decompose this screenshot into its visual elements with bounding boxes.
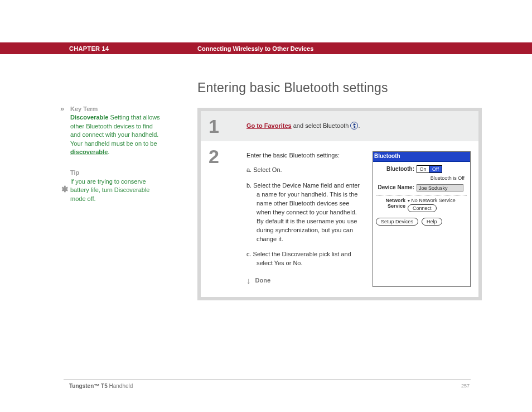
palm-network-label: Network [376, 198, 405, 204]
palm-divider [376, 195, 467, 195]
done-row: ↓ Done [246, 275, 365, 287]
tip-marker-icon: ✱ [61, 183, 69, 195]
footer-product-bold: Tungsten™ T5 [69, 383, 108, 389]
steps-container: 1 Go to Favorites and select Bluetooth .… [197, 108, 482, 300]
palm-title-text: Bluetooth [374, 152, 400, 161]
chapter-title: Connecting Wirelessly to Other Devices [197, 45, 313, 52]
palm-title-bar: Bluetooth [373, 152, 470, 162]
tip-block: Tip If you are trying to conserve batter… [70, 169, 163, 203]
discoverable-link[interactable]: discoverable [70, 148, 108, 155]
palm-network-row: Network Service No Network Service Conne… [376, 198, 467, 213]
step-2-intro: Enter the basic Bluetooth settings: [246, 151, 365, 160]
done-label: Done [255, 276, 271, 285]
done-arrow-icon: ↓ [246, 275, 251, 287]
step-2-body: Enter the basic Bluetooth settings: a. S… [246, 141, 478, 297]
step-2c: c. Select the Discoverable pick list and… [246, 250, 365, 268]
key-term-marker-icon: » [60, 104, 64, 114]
footer-product-rest: Handheld [108, 383, 133, 389]
palm-status-text: Bluetooth is Off [376, 175, 467, 182]
key-term-period: . [108, 148, 109, 155]
palm-network-dropdown[interactable]: No Network Service [408, 198, 456, 204]
main-content: Entering basic Bluetooth settings 1 Go t… [197, 80, 482, 300]
key-term-block: Key Term Discoverable Setting that allow… [70, 105, 163, 156]
footer-product: Tungsten™ T5 Handheld [69, 383, 133, 389]
palm-bottom-buttons: Setup Devices Help [373, 215, 470, 228]
sidebar-notes: » Key Term Discoverable Setting that all… [70, 105, 163, 215]
palm-bluetooth-toggle[interactable]: On Off [417, 165, 442, 173]
key-term-heading: Key Term [70, 106, 98, 112]
step-1-text: and select Bluetooth [292, 122, 351, 129]
palm-toggle-off[interactable]: Off [429, 166, 442, 173]
chapter-header-bar: CHAPTER 14 Connecting Wirelessly to Othe… [0, 42, 532, 54]
palm-setup-devices-button[interactable]: Setup Devices [376, 218, 418, 226]
step-2a: a. Select On. [246, 166, 365, 175]
palm-help-button[interactable]: Help [422, 218, 442, 226]
step-2-row: 2 Enter the basic Bluetooth settings: a.… [201, 141, 478, 297]
palm-screenshot: Bluetooth Bluetooth: On Off Bluetooth is… [373, 151, 471, 287]
step-1-number: 1 [201, 111, 246, 141]
palm-connect-button[interactable]: Connect [408, 204, 437, 212]
step-2-text: Enter the basic Bluetooth settings: a. S… [246, 151, 365, 287]
palm-service-label: Service [376, 203, 405, 209]
go-to-favorites-link[interactable]: Go to Favorites [246, 122, 292, 129]
step-2b: b. Select the Device Name field and ente… [246, 181, 365, 244]
footer-page-number: 257 [461, 383, 470, 389]
bluetooth-icon [350, 122, 358, 130]
step-1-period: . [358, 122, 360, 129]
palm-device-row: Device Name: Joe Sodusky [376, 184, 467, 192]
tip-text: If you are trying to conserve battery li… [70, 178, 149, 202]
palm-bluetooth-row: Bluetooth: On Off [376, 165, 467, 174]
step-1-body: Go to Favorites and select Bluetooth . [246, 111, 478, 141]
chapter-number: CHAPTER 14 [69, 45, 109, 52]
palm-device-name-field[interactable]: Joe Sodusky [417, 184, 463, 191]
palm-device-label: Device Name: [376, 184, 417, 192]
palm-bluetooth-label: Bluetooth: [376, 165, 417, 174]
step-2-number: 2 [201, 141, 246, 297]
footer-divider [64, 379, 471, 380]
tip-heading: Tip [70, 169, 79, 176]
step-1-row: 1 Go to Favorites and select Bluetooth . [201, 111, 478, 141]
page-heading: Entering basic Bluetooth settings [197, 80, 482, 95]
palm-toggle-on[interactable]: On [417, 166, 429, 173]
key-term-term: Discoverable [70, 114, 108, 121]
